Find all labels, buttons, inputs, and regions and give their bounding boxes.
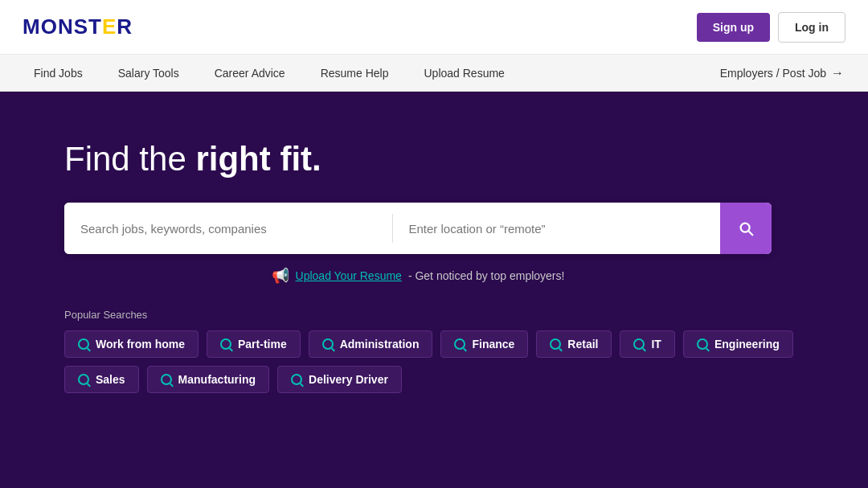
search-button[interactable]	[720, 203, 772, 254]
nav-resume-help[interactable]: Resume Help	[303, 55, 407, 92]
chip-search-icon	[322, 338, 334, 350]
nav-career-advice[interactable]: Career Advice	[197, 55, 303, 92]
main-nav: Find Jobs Salary Tools Career Advice Res…	[0, 55, 868, 92]
chip-label: Administration	[340, 338, 420, 351]
chip-label: Engineering	[714, 338, 780, 351]
chip-part-time[interactable]: Part-time	[207, 330, 301, 358]
search-icon	[737, 219, 755, 237]
chip-retail[interactable]: Retail	[536, 330, 612, 358]
logo-text: ONST	[41, 14, 102, 39]
popular-label: Popular Searches	[64, 309, 836, 321]
search-jobs-input[interactable]	[64, 203, 392, 254]
upload-resume-link[interactable]: Upload Your Resume	[296, 269, 402, 282]
header-actions: Sign up Log in	[697, 12, 845, 43]
upload-suffix: - Get noticed by top employers!	[408, 269, 565, 282]
chip-label: Sales	[96, 373, 125, 386]
chip-label: Manufacturing	[178, 373, 256, 386]
nav-upload-resume[interactable]: Upload Resume	[406, 55, 522, 92]
chip-work-from-home[interactable]: Work from home	[64, 330, 199, 358]
chip-search-icon	[220, 338, 231, 350]
megaphone-icon: 📢	[272, 267, 289, 285]
chip-manufacturing[interactable]: Manufacturing	[147, 366, 269, 393]
nav-employers[interactable]: Employers / Post Job →	[720, 66, 852, 80]
chip-label: Delivery Driver	[309, 373, 388, 386]
nav-find-jobs[interactable]: Find Jobs	[16, 55, 100, 92]
logo-e: E	[102, 14, 117, 39]
chip-search-icon	[161, 374, 172, 385]
chip-search-icon	[633, 338, 645, 350]
upload-resume-line: 📢 Upload Your Resume - Get noticed by to…	[64, 267, 772, 285]
nav-salary-tools[interactable]: Salary Tools	[100, 55, 197, 92]
search-location-input[interactable]	[393, 203, 721, 254]
chip-label: Part-time	[238, 338, 287, 351]
chip-delivery-driver[interactable]: Delivery Driver	[277, 366, 402, 393]
chip-search-icon	[78, 338, 89, 350]
hero-section: Find the right fit. 📢 Upload Your Resume…	[0, 92, 868, 488]
chips-row-2: Sales Manufacturing Delivery Driver	[64, 366, 836, 393]
signup-button[interactable]: Sign up	[697, 13, 770, 42]
hero-title-plain: Find the	[64, 140, 195, 178]
logo-m: M	[23, 14, 41, 39]
chip-label: Retail	[567, 338, 598, 351]
nav-left: Find Jobs Salary Tools Career Advice Res…	[16, 55, 720, 92]
chip-search-icon	[291, 374, 302, 385]
popular-searches-section: Popular Searches Work from home Part-tim…	[64, 309, 836, 393]
header: MONSTER Sign up Log in	[0, 0, 868, 55]
logo-r: R	[117, 14, 133, 39]
chip-it[interactable]: IT	[620, 330, 674, 358]
chip-sales[interactable]: Sales	[64, 366, 139, 393]
login-button[interactable]: Log in	[778, 12, 845, 43]
chip-label: Finance	[472, 338, 514, 351]
chip-search-icon	[454, 338, 465, 350]
chip-search-icon	[78, 374, 89, 385]
hero-title: Find the right fit.	[64, 140, 836, 178]
chip-search-icon	[550, 338, 561, 350]
chips-row-1: Work from home Part-time Administration …	[64, 330, 836, 358]
chip-administration[interactable]: Administration	[309, 330, 433, 358]
search-bar	[64, 203, 772, 254]
chip-label: IT	[651, 338, 661, 351]
chip-engineering[interactable]: Engineering	[683, 330, 793, 358]
logo[interactable]: MONSTER	[23, 14, 133, 39]
hero-title-bold: right fit.	[195, 140, 321, 178]
chip-search-icon	[697, 338, 708, 350]
chip-finance[interactable]: Finance	[440, 330, 528, 358]
employers-label: Employers / Post Job	[720, 67, 826, 80]
arrow-icon: →	[831, 66, 844, 80]
chip-label: Work from home	[96, 338, 185, 351]
